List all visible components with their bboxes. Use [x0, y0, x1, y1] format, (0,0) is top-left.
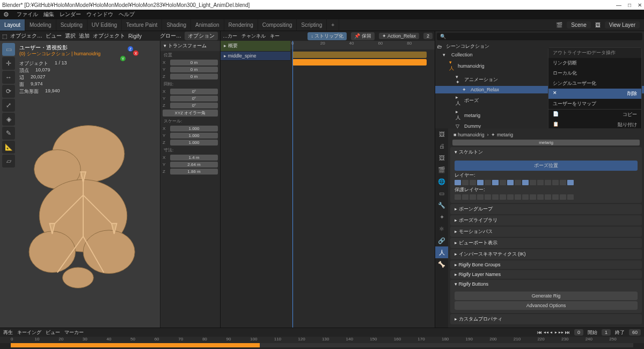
tool-transform[interactable]: ◈ [2, 113, 15, 126]
ptab-render[interactable]: 🖼 [435, 128, 448, 140]
tab-modeling[interactable]: Modeling [25, 19, 56, 31]
pose-position-button[interactable]: ポーズ位置 [455, 161, 638, 171]
tool-cursor[interactable]: ✛ [2, 57, 15, 70]
armature-name[interactable]: metarig [452, 140, 640, 146]
ctx-localize[interactable]: ローカル化 [548, 68, 641, 78]
rot-z[interactable]: 0° [170, 103, 218, 108]
action-selector[interactable]: ✦ Action_Relax [379, 33, 419, 39]
scale-z[interactable]: 1.000 [170, 140, 218, 146]
ptab-world[interactable]: 🌐 [435, 176, 448, 187]
vp-menu-view[interactable]: ビュー [46, 32, 62, 40]
menu-file[interactable]: ファイル [17, 11, 38, 18]
panel-custom-props[interactable]: ▸ カスタムプロパティ [450, 314, 642, 324]
viewlayer-selector[interactable]: View Layer [605, 21, 640, 28]
outliner-search[interactable]: 🔍 [437, 33, 642, 40]
nav-gizmo[interactable]: X Y Z [120, 46, 140, 66]
tab-uv[interactable]: UV Editing [87, 19, 122, 31]
ptab-output[interactable]: 🖨 [435, 140, 448, 152]
tl-menu-playback[interactable]: 再生 [3, 329, 13, 336]
tab-layout[interactable]: Layout [0, 19, 25, 31]
panel-poselib[interactable]: ▸ ポーズライブラリ [450, 215, 642, 226]
menu-render[interactable]: レンダー [60, 11, 81, 18]
armature-layers[interactable] [455, 180, 638, 185]
nla-strip-summary[interactable] [292, 52, 427, 58]
nla-menu-channel[interactable]: チャンネル [241, 33, 266, 40]
frame-current[interactable]: 0 [574, 329, 583, 336]
ctx-copy[interactable]: 📄 コピー [548, 109, 641, 120]
nla-menu-marker[interactable]: …カー [223, 33, 237, 40]
strip-button[interactable]: ↓ ストリップ化 [308, 32, 347, 40]
window-min-button[interactable]: — [616, 2, 621, 8]
ctx-unlink[interactable]: リンク切断 [548, 58, 641, 68]
loc-x[interactable]: 0 m [170, 60, 218, 66]
ctx-paste[interactable]: 📋 貼り付け [548, 120, 641, 128]
tool-annotate[interactable]: ✎ [2, 127, 15, 140]
nla-track-summary[interactable]: ▸ 概要 [221, 41, 290, 52]
menu-window[interactable]: ウィンドウ [86, 11, 113, 18]
tab-rendering[interactable]: Rendering [224, 19, 258, 31]
frame-end[interactable]: 60 [629, 329, 641, 336]
options-button[interactable]: オプション [185, 32, 218, 40]
viewport-body[interactable]: ▭ ✛ ↔ ⟳ ⤢ ◈ ✎ 📐 ▱ ユーザー・透視投影 (0) シーンコレクショ… [0, 41, 220, 328]
transport-controls[interactable]: ⏮ ◀◀ ◀ ▶ ▶▶ ⏭ [537, 330, 570, 335]
ptab-armature[interactable]: 人 [435, 246, 448, 258]
nla-menu-key[interactable]: キー [270, 33, 280, 40]
tool-add[interactable]: ▱ [2, 155, 15, 168]
nla-strip-action[interactable] [292, 59, 427, 66]
tl-menu-view[interactable]: ビュー [46, 329, 60, 336]
tl-menu-keying[interactable]: キーイング [17, 329, 41, 336]
dim-y[interactable]: 2.64 m [170, 162, 218, 168]
tab-compositing[interactable]: Compositing [258, 19, 297, 31]
hold-button[interactable]: 📌 保留 [351, 32, 375, 40]
dim-z[interactable]: 1.86 m [170, 169, 218, 174]
tab-shading[interactable]: Shading [162, 19, 191, 31]
ptab-viewlayer[interactable]: 🖼 [435, 152, 448, 164]
tab-scripting[interactable]: Scripting [297, 19, 327, 31]
advanced-options-button[interactable]: Advanced Options [455, 301, 638, 310]
panel-ik[interactable]: ▸ インバースキネマティクス (IK) [450, 249, 642, 259]
loc-z[interactable]: 0 m [170, 74, 218, 79]
ptab-modifier[interactable]: 🔧 [435, 199, 448, 211]
panel-bonegroups[interactable]: ▸ ボーングループ [450, 204, 642, 214]
action-users[interactable]: 2 [423, 33, 433, 39]
playhead[interactable] [292, 41, 293, 328]
generate-rig-button[interactable]: Generate Rig [455, 292, 638, 300]
ptab-particle[interactable]: ✦ [435, 211, 448, 223]
window-max-button[interactable]: □ [628, 2, 631, 8]
window-close-button[interactable]: ✕ [638, 2, 642, 8]
nla-graph[interactable]: 020406080 [290, 41, 435, 328]
frame-start[interactable]: 1 [602, 329, 611, 336]
panel-rigify-layer[interactable]: ▸ Rigify Layer Names [450, 270, 642, 279]
ptab-physics[interactable]: ⚛ [435, 223, 448, 235]
panel-rigify-buttons[interactable]: ▾ Rigify Buttons [450, 280, 642, 288]
vp-menu-select[interactable]: 選択 [65, 32, 76, 40]
panel-rigify-bone[interactable]: ▸ Rigify Bone Groups [450, 260, 642, 269]
editor-type-icon[interactable]: ⬚ [2, 33, 7, 39]
tl-menu-marker[interactable]: マーカー [64, 329, 84, 336]
dim-x[interactable]: 1.4 m [170, 155, 218, 161]
tool-select[interactable]: ▭ [2, 43, 15, 56]
nla-track-spine[interactable]: ▸ middle_spine [221, 52, 290, 61]
rot-mode[interactable]: XYZ オイラー角 [163, 110, 218, 117]
menu-edit[interactable]: 編集 [43, 11, 54, 18]
scene-selector[interactable]: Scene [567, 21, 590, 28]
mode-selector[interactable]: オブジェク… [10, 32, 42, 40]
scale-x[interactable]: 1.000 [170, 126, 218, 132]
rot-y[interactable]: 0° [170, 96, 218, 101]
vp-menu-rigify[interactable]: Rigify [128, 33, 142, 39]
tab-add[interactable]: + [327, 19, 339, 31]
tab-sculpting[interactable]: Sculpting [56, 19, 87, 31]
menu-help[interactable]: ヘルプ [119, 11, 135, 18]
tab-animation[interactable]: Animation [191, 19, 224, 31]
ptab-object[interactable]: ▭ [435, 187, 448, 199]
tool-scale[interactable]: ⤢ [2, 99, 15, 112]
tool-rotate[interactable]: ⟳ [2, 85, 15, 98]
tool-measure[interactable]: 📐 [2, 141, 15, 154]
ctx-single-user[interactable]: シングルユーザー化 [548, 78, 641, 89]
ptab-bone[interactable]: 🦴 [435, 258, 448, 270]
protected-layers[interactable] [455, 194, 638, 200]
ctx-remap[interactable]: ユーザーをリマップ [548, 99, 641, 109]
npanel-transform-header[interactable]: ▾ トランスフォーム [160, 41, 220, 51]
tool-move[interactable]: ↔ [2, 71, 15, 84]
tab-texpaint[interactable]: Texture Paint [122, 19, 162, 31]
